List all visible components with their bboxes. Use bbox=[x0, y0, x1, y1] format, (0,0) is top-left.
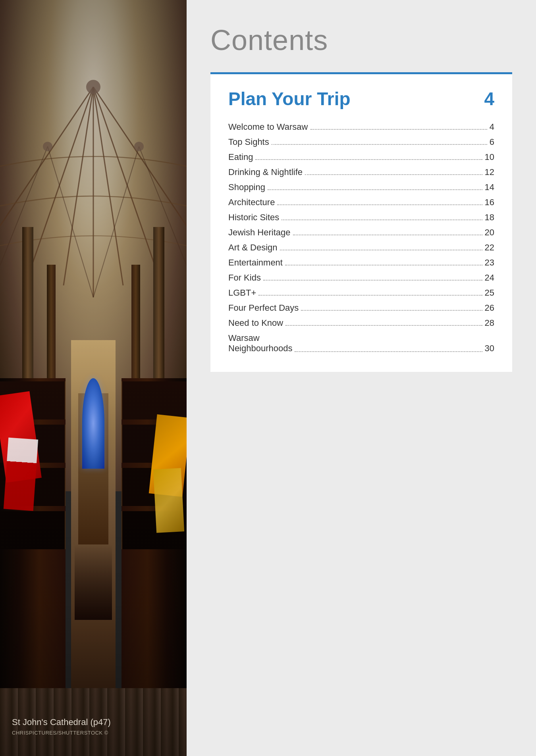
toc-page: 26 bbox=[485, 303, 494, 313]
toc-label-line2: Neighbourhoods bbox=[228, 343, 292, 353]
toc-item: Welcome to Warsaw 4 bbox=[228, 119, 494, 135]
toc-item: Eating 10 bbox=[228, 150, 494, 165]
church-photo bbox=[0, 0, 187, 756]
section-title: Plan Your Trip bbox=[228, 88, 351, 110]
svg-line-2 bbox=[64, 87, 93, 285]
toc-label: Entertainment bbox=[228, 258, 283, 268]
toc-page: 30 bbox=[485, 343, 494, 354]
toc-label: LGBT+ bbox=[228, 288, 256, 298]
toc-page: 22 bbox=[485, 242, 494, 253]
svg-point-12 bbox=[43, 142, 52, 151]
toc-page: 12 bbox=[485, 167, 494, 177]
toc-label: For Kids bbox=[228, 273, 261, 283]
toc-page: 14 bbox=[485, 182, 494, 192]
caption-sub: CHRISPICTURES/SHUTTERSTOCK © bbox=[12, 730, 108, 736]
toc-item: For Kids 24 bbox=[228, 270, 494, 285]
toc-item: Art & Design 22 bbox=[228, 240, 494, 255]
toc-page: 18 bbox=[485, 212, 494, 223]
section-header: Plan Your Trip 4 bbox=[228, 88, 494, 110]
toc-item: Four Perfect Days 26 bbox=[228, 300, 494, 315]
toc-item: LGBT+ 25 bbox=[228, 285, 494, 300]
toc-label: Top Sights bbox=[228, 137, 269, 147]
photo-panel: St John's Cathedral (p47) CHRISPICTURES/… bbox=[0, 0, 187, 756]
toc-item: Shopping 14 bbox=[228, 180, 494, 195]
toc-label: Shopping bbox=[228, 182, 265, 192]
toc-item: Architecture 16 bbox=[228, 195, 494, 210]
toc-item: Jewish Heritage 20 bbox=[228, 225, 494, 240]
toc-item: Need to Know 28 bbox=[228, 315, 494, 331]
toc-label: Historic Sites bbox=[228, 212, 279, 223]
toc-item: Historic Sites 18 bbox=[228, 210, 494, 225]
toc-label: Need to Know bbox=[228, 318, 283, 328]
toc-label: Eating bbox=[228, 152, 253, 162]
toc-list: Welcome to Warsaw 4 Top Sights 6 Eating … bbox=[228, 119, 494, 356]
contents-box: Plan Your Trip 4 Welcome to Warsaw 4 Top… bbox=[210, 72, 512, 372]
svg-point-13 bbox=[134, 142, 144, 151]
svg-point-11 bbox=[86, 80, 100, 94]
toc-label: Welcome to Warsaw bbox=[228, 122, 308, 132]
toc-label: Art & Design bbox=[228, 242, 278, 253]
contents-panel: Contents Plan Your Trip 4 Welcome to War… bbox=[187, 0, 536, 756]
toc-page: 23 bbox=[485, 258, 494, 268]
toc-page: 28 bbox=[485, 318, 494, 328]
svg-line-4 bbox=[93, 87, 123, 285]
toc-page: 6 bbox=[490, 137, 494, 147]
toc-page: 16 bbox=[485, 197, 494, 208]
toc-page: 20 bbox=[485, 227, 494, 238]
photo-caption: St John's Cathedral (p47) CHRISPICTURES/… bbox=[12, 717, 111, 736]
toc-label: Four Perfect Days bbox=[228, 303, 299, 313]
toc-item: Warsaw Neighbourhoods 30 bbox=[228, 331, 494, 356]
toc-page: 24 bbox=[485, 273, 494, 283]
caption-main: St John's Cathedral (p47) bbox=[12, 717, 111, 727]
toc-page: 25 bbox=[485, 288, 494, 298]
toc-label: Drinking & Nightlife bbox=[228, 167, 303, 177]
toc-page: 10 bbox=[485, 152, 494, 162]
contents-title: Contents bbox=[210, 24, 512, 56]
toc-item: Drinking & Nightlife 12 bbox=[228, 165, 494, 180]
section-page: 4 bbox=[484, 88, 494, 110]
toc-item: Entertainment 23 bbox=[228, 255, 494, 270]
toc-item: Top Sights 6 bbox=[228, 135, 494, 150]
toc-page: 4 bbox=[490, 122, 494, 132]
toc-label: Architecture bbox=[228, 197, 275, 208]
toc-label: Jewish Heritage bbox=[228, 227, 291, 238]
toc-label: Warsaw bbox=[228, 333, 260, 343]
